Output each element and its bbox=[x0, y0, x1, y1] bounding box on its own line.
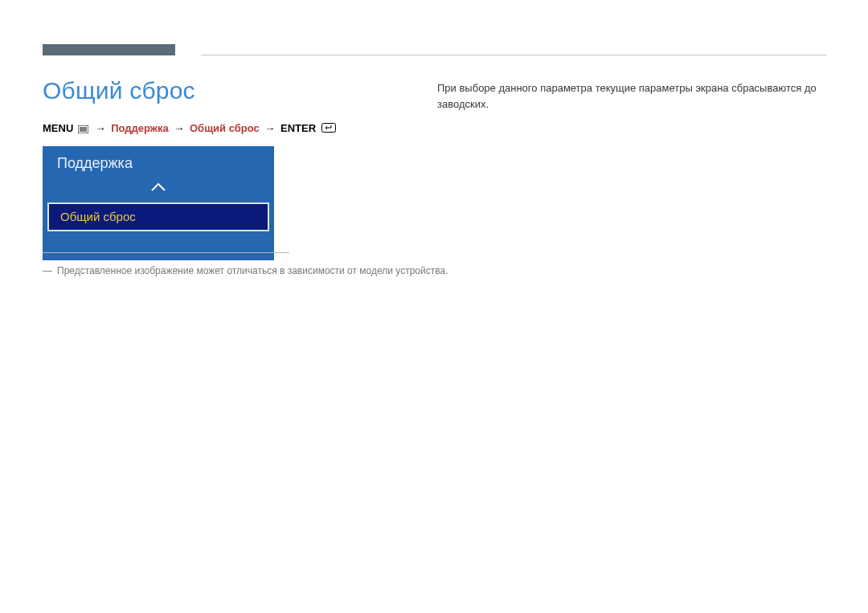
breadcrumb-arrow: → bbox=[264, 122, 275, 134]
section-tab-marker bbox=[43, 44, 175, 55]
osd-menu-panel: Поддержка Общий сброс bbox=[43, 146, 274, 260]
menu-icon bbox=[78, 125, 88, 133]
breadcrumb-menu-label: MENU bbox=[43, 122, 73, 134]
osd-panel-header: Поддержка bbox=[43, 146, 274, 177]
description-text: При выборе данного параметра текущие пар… bbox=[437, 80, 828, 112]
page-title: Общий сброс bbox=[43, 77, 195, 104]
breadcrumb-step-2: Общий сброс bbox=[190, 122, 260, 134]
breadcrumb-enter-label: ENTER bbox=[280, 122, 316, 134]
top-horizontal-rule bbox=[201, 55, 826, 55]
disclaimer-text: ―Представленное изображение может отлича… bbox=[43, 265, 448, 276]
osd-panel-spacer bbox=[43, 238, 274, 260]
osd-selected-item[interactable]: Общий сброс bbox=[47, 202, 269, 231]
breadcrumb-step-1: Поддержка bbox=[111, 122, 169, 134]
disclaimer-body: Представленное изображение может отличат… bbox=[57, 265, 448, 276]
enter-icon bbox=[321, 123, 336, 135]
breadcrumb-arrow: → bbox=[96, 122, 106, 134]
divider-rule bbox=[43, 252, 289, 253]
scroll-up-icon[interactable] bbox=[43, 177, 274, 201]
breadcrumb: MENU → Поддержка → Общий сброс → ENTER bbox=[43, 122, 336, 135]
breadcrumb-arrow: → bbox=[174, 122, 184, 134]
